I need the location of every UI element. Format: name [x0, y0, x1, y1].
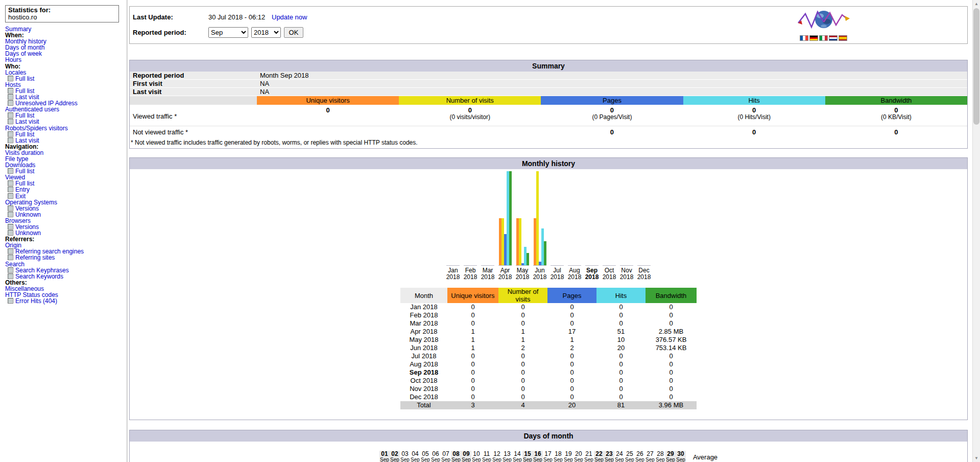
day-month: Sep	[533, 457, 543, 462]
summary-header-row: Unique visitors Number of visits Pages H…	[130, 96, 967, 105]
table-header-row: MonthUnique visitorsNumber of visitsPage…	[400, 288, 697, 303]
day-label-21: 21Sep	[584, 451, 594, 462]
column-header-hits: Hits	[683, 96, 825, 105]
day-month: Sep	[492, 457, 502, 462]
flag-france-icon[interactable]	[800, 35, 808, 41]
average-label: Average	[693, 453, 718, 461]
month-cell: Jun 2018	[400, 344, 447, 352]
table-row: Oct 201800000	[400, 377, 697, 385]
unique-visitors-cell: 0	[447, 377, 498, 385]
flag-italy-icon[interactable]	[819, 35, 828, 41]
bar-number-of-visits	[536, 171, 539, 265]
flag-netherlands-icon[interactable]	[829, 35, 838, 41]
day-month: Sep	[471, 457, 482, 462]
bar-group	[464, 171, 477, 266]
hits-cell: 0	[596, 352, 646, 360]
bar-group	[603, 171, 616, 266]
scroll-up-arrow[interactable]: ▲	[973, 0, 980, 8]
bar-group	[568, 171, 581, 266]
total-row: Total3420813.96 MB	[400, 401, 697, 409]
report-header: Last Update: 30 Jul 2018 - 06:12 Update …	[129, 6, 968, 44]
sidebar-link-robots-spiders-visitors[interactable]: Robots/Spiders visitors	[5, 125, 68, 132]
day-month: Sep	[655, 457, 665, 462]
summary-info-row: Last visit NA	[130, 88, 967, 96]
day-label-13: 13Sep	[502, 451, 512, 462]
summary-info-row: First visit NA	[130, 80, 967, 88]
sidebar-item-last-visit: Last visit	[5, 137, 126, 144]
month-cell: Apr 2018	[400, 328, 447, 336]
number-of-visits-cell: 0	[498, 368, 547, 377]
update-now-link[interactable]: Update now	[272, 13, 307, 21]
not-viewed-bandwidth: 0	[825, 126, 967, 138]
monthly-history-table: MonthUnique visitorsNumber of visitsPage…	[400, 288, 697, 409]
day-month: Sep	[584, 457, 594, 462]
ok-button[interactable]: OK	[284, 27, 303, 38]
viewed-hits: 0(0 Hits/Visit)	[683, 105, 825, 126]
summary-title: Summary	[130, 60, 967, 72]
list-icon	[8, 298, 13, 304]
pages-cell: 0	[547, 352, 596, 360]
month-axis-label: Sep2018	[585, 267, 599, 281]
day-label-24: 24Sep	[614, 451, 625, 462]
bandwidth-cell: 0	[646, 385, 697, 393]
number-of-visits-cell: 0	[498, 303, 547, 311]
monthly-history-chart: Jan2018Feb2018Mar2018Apr2018May2018Jun20…	[130, 171, 967, 281]
month-axis-label: Jun2018	[533, 267, 547, 281]
scroll-down-arrow[interactable]: ▼	[973, 454, 980, 462]
not-viewed-empty-cell	[257, 126, 541, 138]
bar-bandwidth	[527, 253, 529, 265]
day-month: Sep	[400, 457, 410, 462]
day-label-07: 07Sep	[441, 451, 451, 462]
day-label-01: 01Sep	[379, 451, 390, 462]
not-viewed-traffic-row: Not viewed traffic * 0 0 0	[130, 126, 967, 138]
total-value-cell: 3	[447, 401, 498, 409]
table-row: Nov 201800000	[400, 385, 697, 393]
not-viewed-footnote: * Not viewed traffic includes traffic ge…	[130, 137, 967, 148]
day-month: Sep	[645, 457, 655, 462]
pages-cell: 0	[547, 303, 596, 311]
viewed-traffic-label: Viewed traffic *	[130, 105, 257, 126]
days-of-month-title: Days of month	[130, 430, 967, 442]
chart-month-apr-2018: Apr2018	[496, 171, 514, 281]
last-update-value: 30 Jul 2018 - 06:12	[208, 13, 271, 21]
day-label-03: 03Sep	[400, 451, 410, 462]
day-month: Sep	[390, 457, 400, 462]
chart-month-oct-2018: Oct2018	[601, 171, 618, 281]
day-month: Sep	[635, 457, 645, 462]
flag-spain-icon[interactable]	[839, 35, 847, 41]
scrollbar-thumb[interactable]	[973, 8, 979, 125]
day-month: Sep	[665, 457, 676, 462]
number-of-visits-cell: 0	[498, 360, 547, 368]
summary-info-row: Reported period Month Sep 2018	[130, 72, 967, 80]
day-label-17: 17Sep	[543, 451, 553, 462]
statistics-for-label: Statistics for:	[8, 7, 116, 14]
day-month: Sep	[451, 457, 461, 462]
total-value-cell: 3.96 MB	[646, 401, 697, 409]
list-icon	[8, 255, 13, 260]
summary-table: Reported period Month Sep 2018 First vis…	[130, 72, 967, 148]
flag-germany-icon[interactable]	[809, 35, 818, 41]
table-row: Jul 201800000	[400, 352, 697, 360]
sidebar-item-days-of-week: Days of week	[5, 51, 126, 57]
day-month: Sep	[482, 457, 492, 462]
chart-month-dec-2018: Dec2018	[635, 171, 653, 281]
column-header-number-of-visits: Number of visits	[498, 288, 547, 303]
month-axis-label: Mar2018	[481, 267, 495, 281]
table-row: Feb 201800000	[400, 311, 697, 319]
pages-cell: 1	[547, 336, 596, 344]
column-header-hits: Hits	[596, 288, 646, 303]
vertical-scrollbar[interactable]: ▲ ▼	[972, 0, 980, 462]
last-visit-field-label: Last visit	[130, 88, 257, 96]
day-label-16: 16Sep	[533, 451, 543, 462]
year-select[interactable]: 2018	[251, 27, 281, 38]
bandwidth-cell: 0	[646, 352, 697, 360]
month-cell: Nov 2018	[400, 385, 447, 393]
awstats-page: Statistics for: hostico.ro SummaryWhen:M…	[0, 0, 980, 462]
days-of-month-section: Days of month 01Sep02Sep03Sep04Sep05Sep0…	[129, 430, 968, 462]
list-icon	[8, 88, 13, 94]
bar-group	[585, 171, 599, 266]
bar-group	[620, 171, 633, 266]
sidebar-link-error-hits-404[interactable]: Error Hits (404)	[15, 297, 57, 305]
month-select[interactable]: Sep	[208, 27, 248, 38]
viewed-traffic-row: Viewed traffic * 0 0(0 visits/visitor) 0…	[130, 105, 967, 126]
